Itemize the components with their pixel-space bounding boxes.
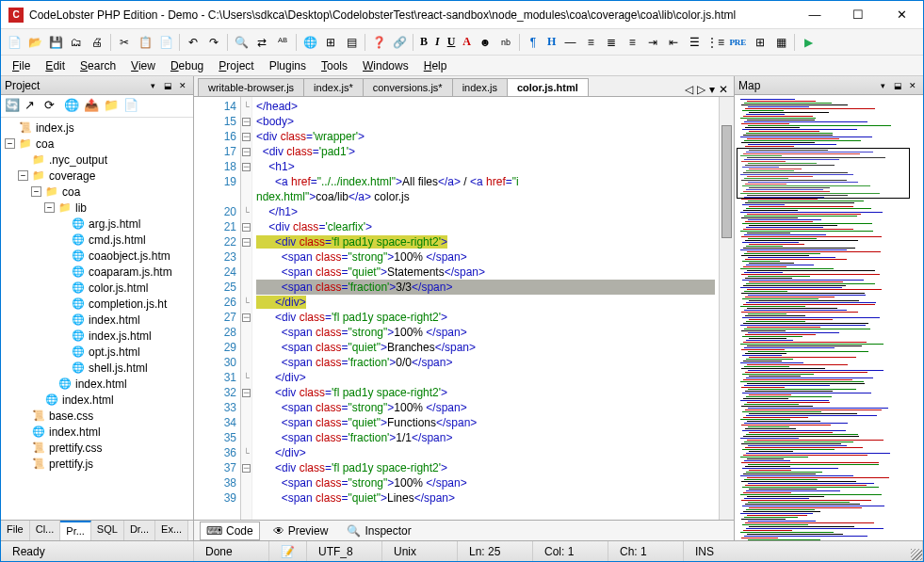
- redo-icon[interactable]: ↷: [204, 33, 223, 52]
- project-tree[interactable]: 📜index.js−📁coa📁.nyc_output−📁coverage−📁co…: [1, 118, 193, 520]
- tree-file[interactable]: 🌐completion.js.ht: [3, 296, 191, 312]
- tree-file[interactable]: 🌐index.html: [3, 392, 191, 408]
- find-icon[interactable]: 🔍: [232, 33, 251, 52]
- replace-icon[interactable]: ⇄: [252, 33, 271, 52]
- paste-icon[interactable]: 📄: [156, 33, 175, 52]
- new-file-icon[interactable]: 📄: [123, 98, 140, 115]
- bold-button[interactable]: B: [417, 35, 430, 49]
- code-editor[interactable]: 1415161718192021222324252627282930313233…: [194, 97, 734, 520]
- menu-help[interactable]: Help: [416, 57, 455, 74]
- editor-tab[interactable]: writable-browser.js: [198, 78, 304, 96]
- tree-file[interactable]: 🌐index.js.html: [3, 328, 191, 344]
- menu-project[interactable]: Project: [211, 57, 261, 74]
- smiley-icon[interactable]: ☻: [476, 33, 494, 52]
- table-icon[interactable]: ⊞: [751, 33, 770, 52]
- menu-tools[interactable]: Tools: [314, 57, 355, 74]
- tree-folder-coverage[interactable]: −📁coverage: [3, 168, 191, 184]
- tab-prev-icon[interactable]: ◁: [685, 83, 693, 96]
- status-ins[interactable]: INS: [684, 541, 923, 561]
- form-icon[interactable]: ▦: [771, 33, 790, 52]
- italic-button[interactable]: I: [432, 35, 443, 49]
- copy-icon[interactable]: 📋: [136, 33, 154, 52]
- tab-list-icon[interactable]: ▾: [709, 83, 715, 96]
- tree-file[interactable]: 🌐index.html: [3, 376, 191, 392]
- menu-plugins[interactable]: Plugins: [262, 57, 314, 74]
- tree-file[interactable]: 📜base.css: [3, 408, 191, 424]
- panel-pin-icon[interactable]: ⬓: [161, 79, 174, 92]
- hr-icon[interactable]: —: [560, 33, 579, 52]
- maximize-button[interactable]: ☐: [836, 1, 880, 29]
- run-icon[interactable]: ▶: [799, 33, 818, 52]
- menu-file[interactable]: File: [5, 57, 38, 74]
- panel-close-icon[interactable]: ✕: [176, 79, 189, 92]
- resize-grip[interactable]: [911, 549, 922, 560]
- panel-dropdown-icon[interactable]: ▾: [146, 79, 159, 92]
- tree-folder-coa[interactable]: −📁coa: [3, 136, 191, 152]
- cut-icon[interactable]: ✂: [115, 33, 134, 52]
- outdent-icon[interactable]: ⇤: [664, 33, 683, 52]
- find-all-icon[interactable]: ᴬᴮ: [273, 33, 292, 52]
- align-center-icon[interactable]: ≣: [602, 33, 621, 52]
- vertical-scrollbar[interactable]: [719, 97, 734, 520]
- map-close-icon[interactable]: ✕: [906, 79, 919, 92]
- heading-button[interactable]: H: [544, 35, 559, 49]
- tree-file[interactable]: 🌐cmd.js.html: [3, 232, 191, 248]
- left-tab[interactable]: File: [1, 521, 30, 540]
- left-tab[interactable]: Ex...: [155, 521, 188, 540]
- tree-folder-lib[interactable]: −📁lib: [3, 200, 191, 216]
- left-tab[interactable]: Pr...: [60, 521, 91, 540]
- menu-edit[interactable]: Edit: [38, 57, 73, 74]
- tree-file[interactable]: 🌐shell.js.html: [3, 360, 191, 376]
- status-encoding[interactable]: UTF_8: [307, 541, 382, 561]
- font-color-button[interactable]: A: [460, 35, 474, 49]
- align-left-icon[interactable]: ≡: [581, 33, 600, 52]
- fold-column[interactable]: └−−−−└−−└−└−└−: [241, 97, 252, 520]
- grid-icon[interactable]: ⊞: [321, 33, 340, 52]
- tree-file[interactable]: 🌐index.html: [3, 312, 191, 328]
- editor-tab[interactable]: color.js.html: [507, 78, 589, 96]
- sync-icon[interactable]: 🔄: [5, 98, 22, 115]
- print-icon[interactable]: 🖨: [88, 33, 106, 52]
- pilcrow-icon[interactable]: ¶: [524, 33, 543, 52]
- minimap[interactable]: [735, 95, 923, 540]
- browser-icon[interactable]: 🌐: [300, 33, 319, 52]
- upload-icon[interactable]: 📤: [84, 98, 101, 115]
- tab-close-icon[interactable]: ✕: [719, 83, 728, 96]
- pre-button[interactable]: PRE: [726, 38, 749, 47]
- tree-file[interactable]: 🌐arg.js.html: [3, 216, 191, 232]
- tree-folder-coa2[interactable]: −📁coa: [3, 184, 191, 200]
- undo-icon[interactable]: ↶: [184, 33, 203, 52]
- list-icon[interactable]: ☰: [685, 33, 704, 52]
- save-icon[interactable]: 💾: [46, 33, 65, 52]
- web-icon[interactable]: 🌐: [64, 98, 81, 115]
- map-dropdown-icon[interactable]: ▾: [876, 79, 889, 92]
- inspector-tab[interactable]: 🔍Inspector: [341, 522, 416, 539]
- status-eol[interactable]: Unix: [382, 541, 458, 561]
- open-icon[interactable]: 📂: [25, 33, 44, 52]
- menu-view[interactable]: View: [123, 57, 163, 74]
- code-view-tab[interactable]: ⌨Code: [200, 522, 260, 540]
- minimize-button[interactable]: —: [793, 1, 836, 29]
- left-tab[interactable]: SQL: [91, 521, 124, 540]
- tree-root-file[interactable]: 📜index.js: [3, 120, 191, 136]
- tree-file[interactable]: 🌐opt.js.html: [3, 344, 191, 360]
- tree-file[interactable]: 🌐coaobject.js.htm: [3, 248, 191, 264]
- link-icon[interactable]: 🔗: [390, 33, 409, 52]
- preview-tab[interactable]: 👁Preview: [267, 522, 334, 539]
- tree-file[interactable]: 🌐color.js.html: [3, 280, 191, 296]
- editor-tab[interactable]: index.js: [452, 78, 508, 96]
- editor-tab[interactable]: conversions.js*: [363, 78, 453, 96]
- help-icon[interactable]: ❓: [369, 33, 388, 52]
- tab-next-icon[interactable]: ▷: [697, 83, 705, 96]
- nav-icon[interactable]: ↗: [24, 98, 41, 115]
- new-file-icon[interactable]: 📄: [5, 33, 24, 52]
- tree-file[interactable]: 🌐index.html: [3, 424, 191, 440]
- align-right-icon[interactable]: ≡: [623, 33, 641, 52]
- tree-file[interactable]: 📜prettify.css: [3, 440, 191, 456]
- editor-tab[interactable]: index.js*: [303, 78, 364, 96]
- refresh-icon[interactable]: ⟳: [44, 98, 61, 115]
- left-tab[interactable]: Cl...: [30, 521, 61, 540]
- map-pin-icon[interactable]: ⬓: [891, 79, 904, 92]
- indent-icon[interactable]: ⇥: [643, 33, 662, 52]
- tree-folder-nyc[interactable]: 📁.nyc_output: [3, 152, 191, 168]
